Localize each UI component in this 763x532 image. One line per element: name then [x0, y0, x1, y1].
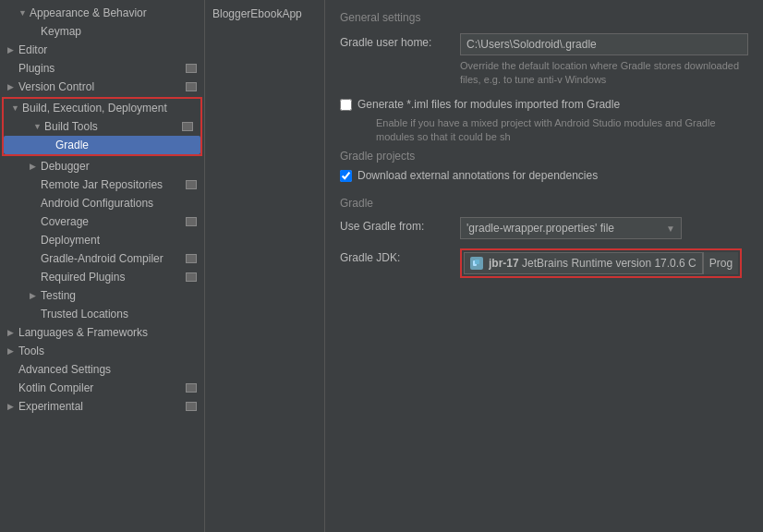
download-annotations-label[interactable]: Download external annotations for depend… — [357, 168, 598, 184]
arrow-placeholder — [30, 199, 41, 208]
sidebar-item-label: Kotlin Compiler — [18, 381, 182, 394]
arrow-placeholder — [7, 64, 18, 73]
sidebar-item-experimental[interactable]: ▶ Experimental — [0, 397, 204, 416]
arrow-placeholder — [30, 309, 41, 319]
settings-panel: General settings Gradle user home: Overr… — [325, 0, 763, 532]
dropdown-value: 'gradle-wrapper.properties' file — [466, 222, 614, 235]
gradle-user-home-row: Gradle user home: Override the default l… — [340, 33, 748, 88]
generate-iml-label-block: Generate *.iml files for modules importe… — [357, 97, 748, 145]
sidebar-item-debugger[interactable]: ▶ Debugger — [0, 157, 204, 175]
download-annotations-row: Download external annotations for depend… — [340, 168, 748, 184]
sidebar-item-label: Experimental — [18, 400, 182, 413]
sidebar-item-gradle[interactable]: Gradle — [4, 136, 200, 154]
sidebar-item-testing[interactable]: ▶ Testing — [0, 286, 204, 305]
arrow-placeholder — [44, 140, 55, 150]
sidebar-item-label: Remote Jar Repositories — [41, 178, 182, 191]
indicator-icon — [186, 402, 197, 411]
content-area: BloggerEbookApp General settings Gradle … — [205, 0, 763, 532]
sidebar-item-build-execution[interactable]: ▼ Build, Execution, Deployment — [4, 99, 200, 117]
indicator-icon — [186, 383, 197, 393]
arrow-placeholder — [30, 217, 41, 226]
sidebar-item-languages[interactable]: ▶ Languages & Frameworks — [0, 323, 204, 342]
sidebar-item-coverage[interactable]: Coverage — [0, 212, 204, 231]
arrow-icon: ▶ — [7, 82, 18, 91]
jdk-description: JetBrains Runtime version 17.0.6 C — [522, 257, 696, 270]
project-item[interactable]: BloggerEbookApp — [205, 4, 324, 24]
sidebar-item-trusted-locations[interactable]: Trusted Locations — [0, 305, 204, 323]
gradle-jdk-row: Gradle JDK: jbr-17 JetBrains Runtime ver… — [340, 248, 748, 278]
sidebar-item-label: Testing — [41, 289, 197, 302]
arrow-placeholder — [7, 383, 18, 393]
gradle-jdk-field[interactable]: jbr-17 JetBrains Runtime version 17.0.6 … — [464, 252, 703, 274]
sidebar-item-label: Gradle-Android Compiler — [41, 252, 182, 265]
sidebar-item-required-plugins[interactable]: Required Plugins — [0, 268, 204, 286]
sidebar-item-label: Languages & Frameworks — [18, 326, 197, 339]
sidebar-item-label: Build Tools — [44, 120, 178, 133]
sidebar-item-label: Trusted Locations — [41, 308, 197, 320]
generate-iml-hint: Enable if you have a mixed project with … — [376, 116, 748, 145]
sidebar-item-gradle-android[interactable]: Gradle-Android Compiler — [0, 249, 204, 268]
arrow-icon: ▶ — [30, 291, 41, 300]
generate-iml-label[interactable]: Generate *.iml files for modules importe… — [357, 98, 620, 111]
sidebar-item-tools[interactable]: ▶ Tools — [0, 342, 204, 360]
arrow-placeholder — [30, 27, 41, 36]
sidebar-item-label: Appearance & Behavior — [30, 6, 197, 19]
settings-sidebar: ▼ Appearance & Behavior Keymap ▶ Editor … — [0, 0, 205, 532]
jdk-browse-button[interactable]: Prog — [703, 252, 738, 274]
gradle-user-home-hint: Override the default location where Grad… — [460, 59, 748, 88]
arrow-placeholder — [30, 254, 41, 263]
arrow-icon: ▼ — [33, 122, 44, 131]
indicator-icon — [186, 64, 197, 73]
indicator-icon — [186, 82, 197, 91]
indicator-icon — [182, 122, 193, 131]
arrow-placeholder — [30, 236, 41, 245]
sidebar-item-label: Keymap — [41, 25, 197, 38]
sidebar-item-label: Editor — [18, 43, 197, 56]
gradle-section-title: Gradle — [340, 197, 748, 210]
jdk-suffix: Prog — [709, 257, 733, 270]
sidebar-item-build-tools[interactable]: ▼ Build Tools — [4, 117, 200, 136]
gradle-user-home-input[interactable] — [460, 33, 748, 55]
use-gradle-from-field: 'gradle-wrapper.properties' file ▼ — [460, 217, 682, 239]
sidebar-item-remote-jar[interactable]: Remote Jar Repositories — [0, 175, 204, 194]
sidebar-item-editor[interactable]: ▶ Editor — [0, 41, 204, 59]
sidebar-item-label: Version Control — [18, 80, 182, 93]
gradle-user-home-label: Gradle user home: — [340, 33, 460, 49]
sidebar-item-appearance[interactable]: ▼ Appearance & Behavior — [0, 4, 204, 22]
sidebar-item-label: Android Configurations — [41, 197, 197, 210]
gradle-jdk-border: jbr-17 JetBrains Runtime version 17.0.6 … — [460, 248, 742, 278]
use-gradle-from-row: Use Gradle from: 'gradle-wrapper.propert… — [340, 217, 748, 239]
gradle-projects-title: Gradle projects — [340, 150, 748, 163]
indicator-icon — [186, 272, 197, 282]
arrow-icon: ▶ — [7, 346, 18, 356]
indicator-icon — [186, 180, 197, 189]
use-gradle-from-dropdown[interactable]: 'gradle-wrapper.properties' file ▼ — [460, 217, 682, 239]
generate-iml-checkbox[interactable] — [340, 99, 352, 111]
arrow-icon: ▶ — [7, 45, 18, 54]
sidebar-item-android-configs[interactable]: Android Configurations — [0, 194, 204, 212]
jdk-version: jbr-17 — [489, 257, 519, 270]
arrow-icon: ▼ — [11, 103, 22, 113]
sidebar-item-version-control[interactable]: ▶ Version Control — [0, 78, 204, 96]
sidebar-item-label: Tools — [18, 345, 197, 357]
sidebar-item-label: Required Plugins — [41, 271, 182, 284]
dropdown-arrow-icon: ▼ — [666, 224, 675, 234]
gradle-jdk-label: Gradle JDK: — [340, 248, 460, 264]
sidebar-item-advanced-settings[interactable]: Advanced Settings — [0, 360, 204, 379]
download-annotations-checkbox[interactable] — [340, 170, 352, 182]
sidebar-item-label: Coverage — [41, 215, 182, 228]
jdk-value: jbr-17 JetBrains Runtime version 17.0.6 … — [489, 257, 696, 270]
general-settings-title: General settings — [340, 11, 748, 24]
arrow-icon: ▶ — [30, 162, 41, 171]
arrow-icon: ▼ — [18, 8, 30, 18]
sidebar-item-label: Build, Execution, Deployment — [22, 102, 193, 115]
sidebar-item-deployment[interactable]: Deployment — [0, 231, 204, 249]
sidebar-item-label: Deployment — [41, 234, 197, 247]
sidebar-item-plugins[interactable]: Plugins — [0, 59, 204, 78]
sidebar-item-kotlin-compiler[interactable]: Kotlin Compiler — [0, 379, 204, 397]
indicator-icon — [186, 217, 197, 226]
generate-iml-row: Generate *.iml files for modules importe… — [340, 97, 748, 145]
sidebar-item-keymap[interactable]: Keymap — [0, 22, 204, 41]
arrow-icon: ▶ — [7, 328, 18, 337]
svg-rect-1 — [475, 260, 479, 264]
